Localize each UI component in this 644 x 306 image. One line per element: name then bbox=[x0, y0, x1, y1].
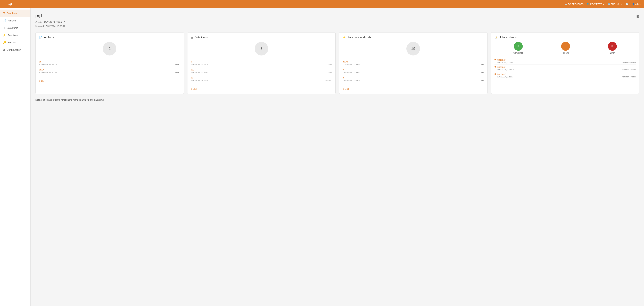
job-link-0[interactable]: funct-nef bbox=[497, 59, 506, 61]
main-content: prj1 Created 17/01/2024, 15:06:17 Update… bbox=[30, 8, 644, 306]
data-items-icon: ⊞ bbox=[3, 26, 5, 30]
job-dot-1 bbox=[494, 66, 496, 68]
job-item-2: funct-nef 06/02/2024, 17:29:17 nefertem+… bbox=[494, 72, 636, 79]
data-item-0: a 11/03/2024, 15:26:10 table bbox=[191, 59, 332, 67]
sidebar-label-functions: Functions bbox=[8, 34, 18, 37]
artifacts-card-header: 📄 Artifacts bbox=[39, 36, 180, 39]
artifact-meta-1: 20/03/2024, 08:43:58 artifact bbox=[39, 71, 180, 73]
function-date-1: 20/03/2024, 08:55:23 bbox=[342, 71, 360, 73]
artifact-type-0: artifact bbox=[174, 63, 180, 65]
functions-count: 19 bbox=[406, 42, 420, 56]
functions-card-footer: ≡ LIST bbox=[342, 86, 484, 90]
job-meta-2: 06/02/2024, 17:29:17 nefertem+metric bbox=[494, 76, 636, 78]
artifacts-icon: 📄 bbox=[3, 19, 6, 22]
artifacts-card: 📄 Artifacts 2 er 20/03/2024, 08:44:25 ar… bbox=[36, 32, 184, 94]
function-meta-2: 20/03/2024, 08:43:39 dbt bbox=[342, 79, 484, 81]
data-items-card-title: Data items bbox=[195, 36, 208, 39]
sidebar-item-dashboard[interactable]: ⊡ Dashboard bbox=[0, 10, 30, 17]
chevron-down-icon-2: ▾ bbox=[621, 3, 622, 6]
menu-icon[interactable]: ☰ bbox=[3, 2, 6, 6]
job-link-1[interactable]: funct-nef bbox=[497, 66, 506, 68]
function-item-0: aqwe 21/03/2024, 08:55:02 dbt bbox=[342, 59, 484, 67]
user-menu[interactable]: 👤 admin bbox=[632, 3, 641, 6]
meta-info: Created 17/01/2024, 15:06:17 Updated 17/… bbox=[36, 20, 65, 28]
jobs-card-icon: 🏃 bbox=[494, 36, 498, 39]
data-items-card-header: ⊞ Data items bbox=[191, 36, 332, 39]
data-item-date-0: 11/03/2024, 15:26:10 bbox=[191, 63, 208, 65]
artifacts-count: 2 bbox=[103, 42, 116, 56]
jobs-card-title: Jobs and runs bbox=[500, 36, 517, 39]
sidebar-item-data-items[interactable]: ⊞ Data items bbox=[0, 24, 30, 32]
data-items-card: ⊞ Data items 3 a 11/03/2024, 15:26:10 ta… bbox=[187, 32, 336, 94]
cards-grid: 📄 Artifacts 2 er 20/03/2024, 08:44:25 ar… bbox=[36, 32, 639, 94]
bottom-description: Define, build and execute functions to m… bbox=[36, 99, 639, 101]
data-item-date-2: 02/02/2024, 14:27:30 bbox=[191, 79, 208, 81]
functions-card-header: ⚡ Functions and code bbox=[342, 36, 484, 39]
data-item-meta-0: 11/03/2024, 15:26:10 table bbox=[191, 63, 332, 65]
function-type-2: dbt bbox=[481, 79, 484, 81]
functions-card-title: Functions and code bbox=[348, 36, 372, 39]
sidebar-label-secrets: Secrets bbox=[8, 41, 16, 44]
data-item-link-1[interactable]: dt1 bbox=[191, 68, 194, 71]
globe-icon: 🌐 bbox=[587, 3, 590, 6]
sidebar-label-configuration: Configuration bbox=[7, 49, 21, 51]
data-items-list-link[interactable]: ≡ LIST bbox=[191, 88, 332, 90]
configuration-icon: ⚙ bbox=[3, 48, 5, 51]
topbar-left: ☰ prj1 bbox=[3, 2, 12, 6]
language-dropdown[interactable]: 🔤 ENGLISH ▾ bbox=[608, 3, 622, 6]
artifact-type-1: artifact bbox=[174, 71, 180, 73]
artifacts-list-link[interactable]: ≡ LIST bbox=[39, 80, 180, 82]
topbar-right: 🏠 TO PROJECTS 🌐 PROJECTS ▾ 🔤 ENGLISH ▾ 🔄… bbox=[564, 3, 641, 6]
data-item-link-2[interactable]: dt bbox=[191, 76, 193, 79]
grid-view-icon[interactable]: ⊞ bbox=[636, 14, 639, 18]
sidebar-item-artifacts[interactable]: 📄 Artifacts bbox=[0, 17, 30, 24]
job-date-1: 06/02/2024, 17:29:25 bbox=[497, 69, 514, 71]
sidebar-item-secrets[interactable]: 🔑 Secrets bbox=[0, 39, 30, 46]
functions-card: ⚡ Functions and code 19 aqwe 21/03/2024,… bbox=[339, 32, 488, 94]
job-meta-1: 06/02/2024, 17:29:25 nefertem+metric bbox=[494, 69, 636, 71]
refresh-button[interactable]: 🔄 bbox=[626, 3, 628, 6]
completed-circle: 0 bbox=[514, 42, 523, 51]
function-item-1: w 20/03/2024, 08:55:23 dbt bbox=[342, 67, 484, 75]
page-title: prj1 bbox=[36, 13, 65, 18]
data-item-type-1: table bbox=[328, 71, 332, 73]
data-item-meta-2: 02/02/2024, 14:27:30 dataitem bbox=[191, 79, 332, 81]
job-dot-0 bbox=[494, 59, 496, 60]
job-owner-2: nefertem+metric bbox=[622, 76, 636, 78]
functions-list-link[interactable]: ≡ LIST bbox=[342, 88, 484, 90]
sidebar-item-functions[interactable]: ⚡ Functions bbox=[0, 32, 30, 39]
job-link-2[interactable]: funct-nef bbox=[497, 73, 506, 75]
sidebar-item-configuration[interactable]: ⚙ Configuration bbox=[0, 46, 30, 54]
data-items-count: 3 bbox=[255, 42, 268, 56]
list-icon-2: ≡ bbox=[191, 88, 192, 90]
artifact-link-0[interactable]: er bbox=[39, 60, 41, 63]
projects-dropdown[interactable]: 🌐 PROJECTS ▾ bbox=[587, 3, 604, 6]
job-date-0: 08/02/2024, 11:05:43 bbox=[497, 62, 514, 64]
error-circle: 0 bbox=[608, 42, 617, 51]
function-link-1[interactable]: w bbox=[342, 68, 344, 71]
jobs-card: 🏃 Jobs and runs 0 Completed 0 Running 0 … bbox=[491, 32, 640, 94]
job-item-top-0: funct-nef bbox=[494, 59, 636, 61]
topbar-project-title: prj1 bbox=[8, 3, 12, 6]
artifacts-card-footer: ≡ LIST bbox=[39, 78, 180, 82]
artifact-link-1[interactable]: art1w bbox=[39, 68, 44, 71]
data-item-meta-1: 23/02/2024, 13:52:03 table bbox=[191, 71, 332, 73]
data-items-card-icon: ⊞ bbox=[191, 36, 193, 39]
function-date-2: 20/03/2024, 08:43:39 bbox=[342, 79, 360, 81]
function-link-0[interactable]: aqwe bbox=[342, 60, 348, 63]
artifacts-card-icon: 📄 bbox=[39, 36, 42, 39]
jobs-card-header: 🏃 Jobs and runs bbox=[494, 36, 636, 39]
function-type-1: dbt bbox=[481, 71, 484, 73]
list-icon-3: ≡ bbox=[342, 88, 344, 90]
jobs-stat-error: 0 Error bbox=[608, 42, 617, 54]
chevron-down-icon: ▾ bbox=[603, 3, 604, 6]
job-owner-1: nefertem+metric bbox=[622, 69, 636, 71]
function-item-2: c 20/03/2024, 08:43:39 dbt bbox=[342, 75, 484, 83]
jobs-stat-completed: 0 Completed bbox=[513, 42, 523, 54]
data-items-card-footer: ≡ LIST bbox=[191, 86, 332, 90]
data-item-type-0: table bbox=[328, 63, 332, 65]
function-link-2[interactable]: c bbox=[342, 76, 344, 79]
to-projects-link[interactable]: 🏠 TO PROJECTS bbox=[564, 3, 584, 6]
job-meta-0: 08/02/2024, 11:05:43 nefertem+profile bbox=[494, 62, 636, 64]
data-item-link-0[interactable]: a bbox=[191, 60, 192, 63]
